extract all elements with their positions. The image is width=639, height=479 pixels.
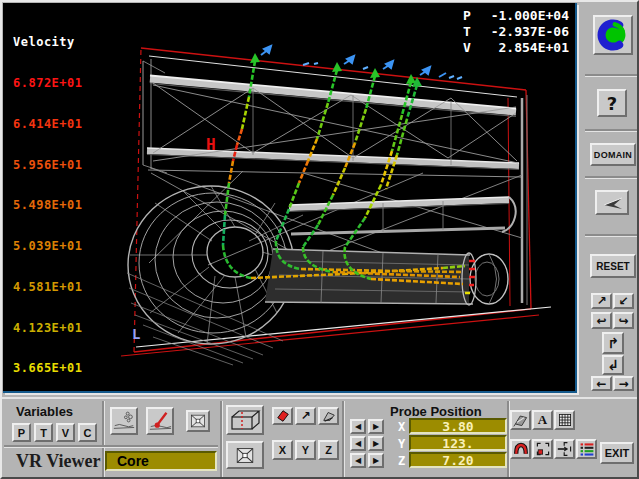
axis-y-button[interactable]: Y <box>295 440 316 460</box>
marker-l: L <box>132 326 140 342</box>
bottom-panel: Variables P T V C VR Viewer <box>2 397 637 479</box>
triangle-left-icon: ◀ <box>355 440 361 448</box>
plane-tool-button[interactable] <box>272 407 293 425</box>
cut-plane-button[interactable] <box>226 405 264 435</box>
frame-select-button[interactable] <box>186 410 210 432</box>
domain-button[interactable]: DOMAIN <box>590 143 636 166</box>
particle-trace-icon <box>112 409 136 433</box>
rotate-sw-button[interactable]: ↙ <box>613 293 634 309</box>
grid-display-button[interactable] <box>554 410 575 430</box>
probe-readouts: P -1.000E+04 T -2.937E-06 V 2.854E+01 <box>463 8 569 56</box>
ribbon-trace-button[interactable] <box>510 439 531 459</box>
variable-c-label: C <box>84 427 92 439</box>
probe-z-field[interactable]: 7.20 <box>409 452 507 468</box>
help-button[interactable]: ? <box>597 89 627 117</box>
readout-row: T -2.937E-06 <box>463 24 569 40</box>
core-selector-value: Core <box>117 453 149 469</box>
pick-button[interactable] <box>595 190 629 215</box>
frame-select-2-button[interactable] <box>226 441 264 469</box>
probe-x-decrement-button[interactable]: ◀ <box>350 419 366 434</box>
triangle-right-icon: ▶ <box>373 423 379 431</box>
particle-trace-button[interactable] <box>110 407 138 435</box>
probe-x-value: 3.80 <box>442 419 473 434</box>
move-region-icon <box>557 441 573 457</box>
axis-z-button[interactable]: Z <box>318 440 339 460</box>
rotate-ne-button[interactable]: ↗ <box>591 293 612 309</box>
exit-button[interactable]: EXIT <box>600 442 634 464</box>
axis-x-label: X <box>279 444 286 456</box>
arrow-turn-down-icon: ↲ <box>607 357 619 373</box>
triangle-right-icon: ▶ <box>373 440 379 448</box>
shaded-surface-icon <box>513 412 529 428</box>
variable-t-label: T <box>40 427 47 439</box>
arrow-left-icon: ← <box>596 377 606 391</box>
arrow-ne-icon: ↗ <box>300 409 310 423</box>
variable-v-label: V <box>62 427 69 439</box>
cut-box-icon <box>229 408 261 432</box>
annotation-button[interactable]: A <box>532 410 553 430</box>
domain-button-label: DOMAIN <box>594 150 632 160</box>
probe-y-field[interactable]: 123. <box>409 435 507 451</box>
legend-entry: 6.872E+01 <box>13 77 83 91</box>
arrow-sw-icon: ↙ <box>618 294 628 308</box>
probe-direction-arrows <box>261 46 446 77</box>
vr-viewer-app: H L Velocity 6.872E+01 6.414E+01 5.956E+… <box>0 0 639 479</box>
probe-x-field[interactable]: 3.80 <box>409 418 507 434</box>
vector-tool-button[interactable]: ↗ <box>295 407 316 425</box>
viewport-3d[interactable]: H L Velocity 6.872E+01 6.414E+01 5.956E+… <box>3 3 577 393</box>
probe-x-label: X <box>398 420 405 434</box>
probe-x-increment-button[interactable]: ▶ <box>368 419 384 434</box>
readout-value: -1.000E+04 <box>479 8 569 24</box>
reset-button[interactable]: RESET <box>590 254 636 278</box>
drag-plane-button[interactable] <box>318 407 339 425</box>
axis-y-label: Y <box>302 444 309 456</box>
velocity-tick-marks <box>303 63 462 79</box>
app-logo-icon <box>597 19 629 51</box>
readout-value: 2.854E+01 <box>479 40 569 56</box>
surface-display-button[interactable] <box>510 410 531 430</box>
triangle-left-icon: ◀ <box>355 457 361 465</box>
turn-up-button[interactable]: ↱ <box>602 332 624 354</box>
rotate-cw-button[interactable]: ↪ <box>613 312 634 329</box>
rotate-ccw-button[interactable]: ↩ <box>591 312 612 329</box>
core-selector[interactable]: Core <box>105 451 217 471</box>
probe-tool-button[interactable] <box>146 407 174 435</box>
colormap-button[interactable] <box>576 439 597 459</box>
arrow-ne-icon: ↗ <box>596 294 606 308</box>
probe-z-label: Z <box>398 454 405 468</box>
pan-right-button[interactable]: → <box>613 376 634 391</box>
readout-label: P <box>463 8 479 24</box>
variable-c-button[interactable]: C <box>78 423 97 442</box>
readout-value: -2.937E-06 <box>479 24 569 40</box>
readout-label: V <box>463 40 479 56</box>
variable-t-button[interactable]: T <box>34 423 53 442</box>
move-region-button[interactable] <box>554 439 575 459</box>
readout-label: T <box>463 24 479 40</box>
marker-h: H <box>206 135 216 154</box>
probe-y-decrement-button[interactable]: ◀ <box>350 436 366 451</box>
legend-entry: 4.123E+01 <box>13 322 83 336</box>
probe-z-decrement-button[interactable]: ◀ <box>350 453 366 468</box>
legend-entry: 5.039E+01 <box>13 240 83 254</box>
probe-y-increment-button[interactable]: ▶ <box>368 436 384 451</box>
triangle-left-icon: ◀ <box>355 423 361 431</box>
axis-x-button[interactable]: X <box>272 440 293 460</box>
variable-v-button[interactable]: V <box>56 423 75 442</box>
probe-position-title: Probe Position <box>390 404 482 419</box>
readout-row: V 2.854E+01 <box>463 40 569 56</box>
triangle-right-icon: ▶ <box>373 457 379 465</box>
arrow-turn-up-icon: ↱ <box>607 335 619 351</box>
thermometer-probe-icon <box>148 409 172 433</box>
frame-x-icon <box>234 446 256 465</box>
zoom-region-button[interactable] <box>532 439 553 459</box>
probe-z-increment-button[interactable]: ▶ <box>368 453 384 468</box>
pan-left-button[interactable]: ← <box>591 376 612 391</box>
legend-entry: 3.665E+01 <box>13 362 83 376</box>
arrow-right-icon: → <box>618 377 628 391</box>
variable-p-button[interactable]: P <box>12 423 31 442</box>
turn-down-button[interactable]: ↲ <box>602 355 624 375</box>
frame-x-icon <box>189 413 207 429</box>
variable-p-label: P <box>18 427 25 439</box>
legend-title: Velocity <box>13 36 83 50</box>
logo-button[interactable] <box>593 15 633 55</box>
